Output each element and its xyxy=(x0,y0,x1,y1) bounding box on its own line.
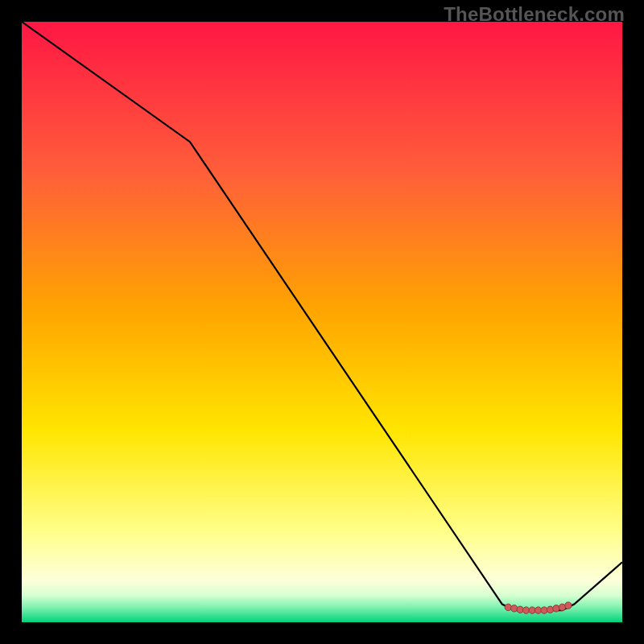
data-marker xyxy=(565,602,572,609)
chart-svg xyxy=(22,22,622,622)
plot-area xyxy=(22,22,622,622)
data-marker xyxy=(553,605,559,612)
chart-frame: TheBottleneck.com xyxy=(0,0,644,644)
data-marker xyxy=(511,605,518,612)
chart-background xyxy=(22,22,622,622)
